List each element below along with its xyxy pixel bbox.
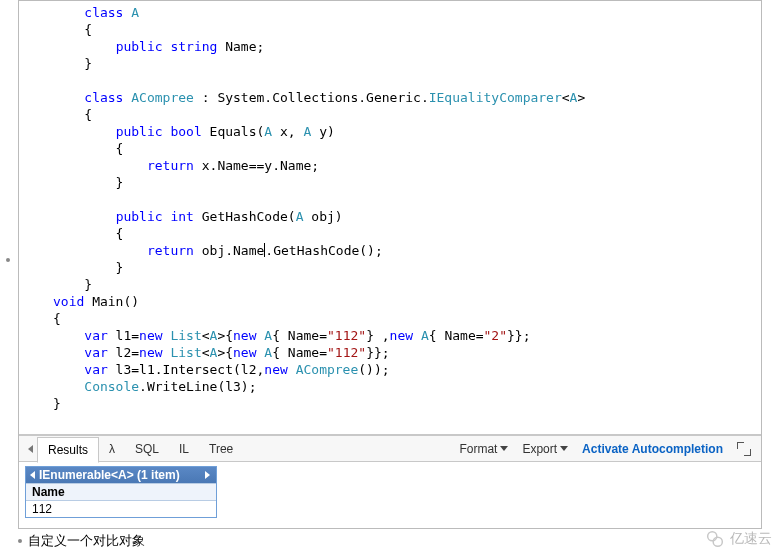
format-menu[interactable]: Format — [459, 442, 508, 456]
activate-autocompletion-link[interactable]: Activate Autocompletion — [582, 442, 723, 456]
result-table: IEnumerable<A> (1 item) Name 112 — [25, 466, 217, 518]
tab-results[interactable]: Results — [37, 437, 99, 463]
result-column-header[interactable]: Name — [26, 483, 216, 500]
results-tabs: Results λ SQL IL Tree Format Export Acti… — [19, 436, 761, 462]
tab-tree[interactable]: Tree — [199, 436, 243, 461]
caption: 自定义一个对比对象 — [18, 530, 145, 552]
export-menu[interactable]: Export — [522, 442, 568, 456]
chevron-down-icon — [500, 446, 508, 451]
watermark: 亿速云 — [704, 528, 772, 550]
result-type-label: IEnumerable<A> (1 item) — [39, 468, 180, 482]
watermark-text: 亿速云 — [730, 530, 772, 548]
result-cell[interactable]: 112 — [26, 500, 216, 517]
expand-icon[interactable] — [205, 471, 210, 479]
editor-frame: class A { public string Name; } class AC… — [18, 0, 762, 529]
caption-text: 自定义一个对比对象 — [28, 532, 145, 550]
chevron-down-icon — [560, 446, 568, 451]
tab-lambda[interactable]: λ — [99, 436, 125, 461]
tab-il[interactable]: IL — [169, 436, 199, 461]
svg-point-0 — [708, 532, 717, 541]
watermark-logo-icon — [704, 528, 726, 550]
svg-point-1 — [713, 537, 722, 546]
fullscreen-icon[interactable] — [737, 442, 751, 456]
code-editor[interactable]: class A { public string Name; } class AC… — [19, 1, 761, 434]
results-panel: IEnumerable<A> (1 item) Name 112 — [19, 462, 761, 528]
tab-nav-left[interactable] — [23, 436, 37, 461]
result-table-header: IEnumerable<A> (1 item) — [26, 467, 216, 483]
collapse-icon[interactable] — [30, 471, 35, 479]
tab-sql[interactable]: SQL — [125, 436, 169, 461]
